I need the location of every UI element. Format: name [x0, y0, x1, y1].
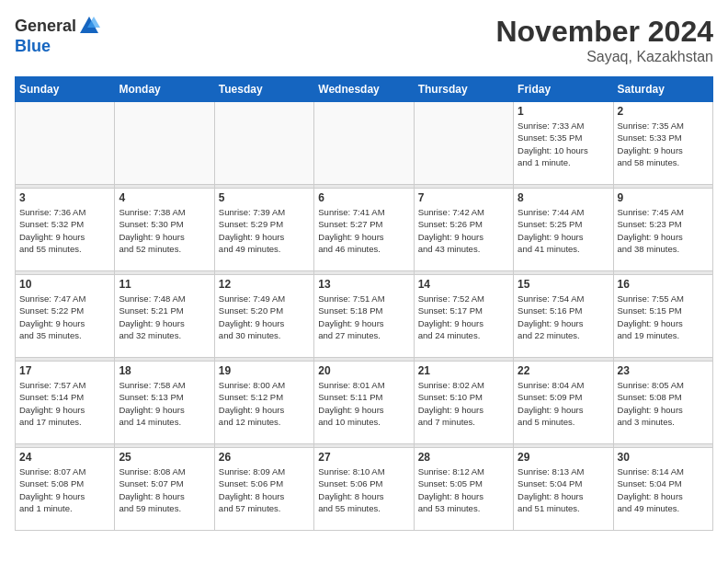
day-info: Sunrise: 8:00 AMSunset: 5:12 PMDaylight:…: [219, 379, 310, 428]
day-info: Sunrise: 8:04 AMSunset: 5:09 PMDaylight:…: [518, 379, 609, 428]
day-number: 15: [518, 278, 609, 291]
calendar-cell: 24Sunrise: 8:07 AMSunset: 5:08 PMDayligh…: [16, 448, 115, 531]
day-number: 9: [618, 191, 709, 204]
calendar-week-row: 3Sunrise: 7:36 AMSunset: 5:32 PMDaylight…: [16, 189, 713, 271]
calendar-cell: 20Sunrise: 8:01 AMSunset: 5:11 PMDayligh…: [314, 362, 414, 444]
day-info: Sunrise: 8:02 AMSunset: 5:10 PMDaylight:…: [418, 379, 509, 428]
day-info: Sunrise: 8:12 AMSunset: 5:05 PMDaylight:…: [418, 465, 509, 514]
day-number: 21: [418, 364, 509, 377]
day-number: 18: [119, 364, 210, 377]
day-number: 1: [518, 105, 609, 118]
day-number: 11: [119, 278, 210, 291]
calendar-cell: 17Sunrise: 7:57 AMSunset: 5:14 PMDayligh…: [16, 362, 115, 444]
calendar-header-row: SundayMondayTuesdayWednesdayThursdayFrid…: [16, 77, 713, 102]
logo-icon: [78, 15, 100, 37]
calendar-week-row: 1Sunrise: 7:33 AMSunset: 5:35 PMDaylight…: [16, 102, 713, 185]
calendar-week-row: 17Sunrise: 7:57 AMSunset: 5:14 PMDayligh…: [16, 362, 713, 444]
day-number: 16: [618, 278, 709, 291]
calendar-cell: 18Sunrise: 7:58 AMSunset: 5:13 PMDayligh…: [115, 362, 214, 444]
day-number: 29: [518, 451, 609, 464]
calendar-cell: [16, 102, 115, 185]
day-info: Sunrise: 8:05 AMSunset: 5:08 PMDaylight:…: [618, 379, 709, 428]
calendar-cell: [314, 102, 414, 185]
day-number: 27: [318, 451, 409, 464]
calendar-cell: 16Sunrise: 7:55 AMSunset: 5:15 PMDayligh…: [613, 275, 712, 358]
weekday-header: Friday: [514, 77, 613, 102]
calendar-cell: [214, 102, 313, 185]
day-info: Sunrise: 7:44 AMSunset: 5:25 PMDaylight:…: [518, 206, 609, 255]
day-info: Sunrise: 7:42 AMSunset: 5:26 PMDaylight:…: [418, 206, 509, 255]
calendar-cell: 6Sunrise: 7:41 AMSunset: 5:27 PMDaylight…: [314, 189, 414, 271]
calendar-cell: 14Sunrise: 7:52 AMSunset: 5:17 PMDayligh…: [414, 275, 513, 358]
day-number: 5: [219, 191, 310, 204]
day-info: Sunrise: 8:14 AMSunset: 5:04 PMDaylight:…: [618, 465, 709, 514]
logo-blue-text: Blue: [15, 37, 51, 56]
day-info: Sunrise: 7:55 AMSunset: 5:15 PMDaylight:…: [618, 293, 709, 341]
calendar-cell: 5Sunrise: 7:39 AMSunset: 5:29 PMDaylight…: [214, 189, 313, 271]
calendar-cell: 21Sunrise: 8:02 AMSunset: 5:10 PMDayligh…: [414, 362, 513, 444]
day-info: Sunrise: 7:38 AMSunset: 5:30 PMDaylight:…: [119, 206, 210, 255]
month-title: November 2024: [495, 15, 713, 49]
calendar-cell: 23Sunrise: 8:05 AMSunset: 5:08 PMDayligh…: [613, 362, 712, 444]
day-info: Sunrise: 8:01 AMSunset: 5:11 PMDaylight:…: [318, 379, 409, 428]
calendar-cell: [115, 102, 214, 185]
day-info: Sunrise: 8:09 AMSunset: 5:06 PMDaylight:…: [219, 465, 310, 514]
day-info: Sunrise: 8:10 AMSunset: 5:06 PMDaylight:…: [318, 465, 409, 514]
calendar-week-row: 10Sunrise: 7:47 AMSunset: 5:22 PMDayligh…: [16, 275, 713, 358]
day-number: 8: [518, 191, 609, 204]
day-info: Sunrise: 7:45 AMSunset: 5:23 PMDaylight:…: [618, 206, 709, 255]
calendar-week-row: 24Sunrise: 8:07 AMSunset: 5:08 PMDayligh…: [16, 448, 713, 531]
page-header: General Blue November 2024 Sayaq, Kazakh…: [15, 15, 713, 65]
calendar-cell: 15Sunrise: 7:54 AMSunset: 5:16 PMDayligh…: [514, 275, 613, 358]
day-number: 6: [318, 191, 409, 204]
day-number: 20: [318, 364, 409, 377]
calendar-cell: 2Sunrise: 7:35 AMSunset: 5:33 PMDaylight…: [613, 102, 712, 185]
calendar-cell: 13Sunrise: 7:51 AMSunset: 5:18 PMDayligh…: [314, 275, 414, 358]
calendar-cell: [414, 102, 513, 185]
weekday-header: Sunday: [16, 77, 115, 102]
day-info: Sunrise: 8:13 AMSunset: 5:04 PMDaylight:…: [518, 465, 609, 514]
day-number: 19: [219, 364, 310, 377]
day-number: 14: [418, 278, 509, 291]
day-number: 24: [19, 451, 110, 464]
day-info: Sunrise: 7:39 AMSunset: 5:29 PMDaylight:…: [219, 206, 310, 255]
day-info: Sunrise: 7:54 AMSunset: 5:16 PMDaylight:…: [518, 293, 609, 341]
calendar-cell: 12Sunrise: 7:49 AMSunset: 5:20 PMDayligh…: [214, 275, 313, 358]
day-info: Sunrise: 7:47 AMSunset: 5:22 PMDaylight:…: [19, 293, 110, 341]
location-subtitle: Sayaq, Kazakhstan: [495, 49, 713, 65]
day-info: Sunrise: 7:36 AMSunset: 5:32 PMDaylight:…: [19, 206, 110, 255]
day-info: Sunrise: 7:57 AMSunset: 5:14 PMDaylight:…: [19, 379, 110, 428]
title-block: November 2024 Sayaq, Kazakhstan: [495, 15, 713, 65]
day-info: Sunrise: 7:33 AMSunset: 5:35 PMDaylight:…: [518, 120, 609, 168]
day-info: Sunrise: 8:08 AMSunset: 5:07 PMDaylight:…: [119, 465, 210, 514]
calendar-cell: 7Sunrise: 7:42 AMSunset: 5:26 PMDaylight…: [414, 189, 513, 271]
calendar-cell: 22Sunrise: 8:04 AMSunset: 5:09 PMDayligh…: [514, 362, 613, 444]
day-info: Sunrise: 7:51 AMSunset: 5:18 PMDaylight:…: [318, 293, 409, 341]
day-info: Sunrise: 7:58 AMSunset: 5:13 PMDaylight:…: [119, 379, 210, 428]
day-number: 17: [19, 364, 110, 377]
calendar-cell: 26Sunrise: 8:09 AMSunset: 5:06 PMDayligh…: [214, 448, 313, 531]
day-info: Sunrise: 7:35 AMSunset: 5:33 PMDaylight:…: [618, 120, 709, 168]
day-info: Sunrise: 7:52 AMSunset: 5:17 PMDaylight:…: [418, 293, 509, 341]
calendar-cell: 4Sunrise: 7:38 AMSunset: 5:30 PMDaylight…: [115, 189, 214, 271]
calendar-cell: 8Sunrise: 7:44 AMSunset: 5:25 PMDaylight…: [514, 189, 613, 271]
calendar-cell: 11Sunrise: 7:48 AMSunset: 5:21 PMDayligh…: [115, 275, 214, 358]
calendar-cell: 9Sunrise: 7:45 AMSunset: 5:23 PMDaylight…: [613, 189, 712, 271]
weekday-header: Thursday: [414, 77, 513, 102]
weekday-header: Monday: [115, 77, 214, 102]
calendar-table: SundayMondayTuesdayWednesdayThursdayFrid…: [15, 76, 713, 531]
day-number: 22: [518, 364, 609, 377]
day-number: 4: [119, 191, 210, 204]
calendar-cell: 30Sunrise: 8:14 AMSunset: 5:04 PMDayligh…: [613, 448, 712, 531]
day-number: 12: [219, 278, 310, 291]
day-number: 30: [618, 451, 709, 464]
calendar-cell: 29Sunrise: 8:13 AMSunset: 5:04 PMDayligh…: [514, 448, 613, 531]
day-number: 2: [618, 105, 709, 118]
calendar-cell: 27Sunrise: 8:10 AMSunset: 5:06 PMDayligh…: [314, 448, 414, 531]
logo-general-text: General: [15, 17, 76, 36]
day-info: Sunrise: 7:41 AMSunset: 5:27 PMDaylight:…: [318, 206, 409, 255]
weekday-header: Tuesday: [214, 77, 313, 102]
day-number: 25: [119, 451, 210, 464]
day-number: 26: [219, 451, 310, 464]
calendar-cell: 10Sunrise: 7:47 AMSunset: 5:22 PMDayligh…: [16, 275, 115, 358]
